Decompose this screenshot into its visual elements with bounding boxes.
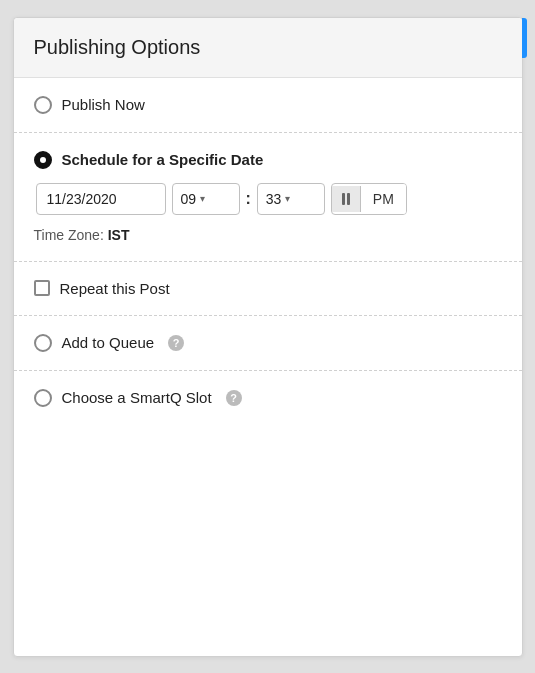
repeat-label: Repeat this Post [60, 280, 170, 297]
publishing-options-panel: Publishing Options Publish Now Schedule … [13, 17, 523, 657]
publish-now-radio[interactable] [34, 96, 52, 114]
ampm-label[interactable]: PM [361, 184, 406, 214]
pause-bar-right [347, 193, 350, 205]
date-input[interactable] [36, 183, 166, 215]
smartq-label: Choose a SmartQ Slot [62, 389, 212, 406]
section-add-to-queue: Add to Queue ? [14, 316, 522, 371]
minute-select[interactable]: 33 ▾ [257, 183, 325, 215]
minute-chevron-icon: ▾ [285, 193, 290, 204]
hour-value: 09 [181, 191, 197, 207]
add-to-queue-row[interactable]: Add to Queue ? [34, 334, 502, 352]
repeat-checkbox-row[interactable]: Repeat this Post [34, 280, 502, 297]
minute-value: 33 [266, 191, 282, 207]
section-publish-now: Publish Now [14, 78, 522, 133]
ampm-group: PM [331, 183, 407, 215]
repeat-checkbox[interactable] [34, 280, 50, 296]
smartq-help-icon[interactable]: ? [226, 390, 242, 406]
section-schedule: Schedule for a Specific Date 09 ▾ : 33 ▾ [14, 133, 522, 262]
timezone-label: Time Zone: [34, 227, 104, 243]
add-to-queue-help-icon[interactable]: ? [168, 335, 184, 351]
timezone-value: IST [108, 227, 130, 243]
pause-icon [342, 193, 350, 205]
time-colon: : [246, 190, 251, 208]
schedule-label: Schedule for a Specific Date [62, 151, 264, 168]
schedule-radio-row[interactable]: Schedule for a Specific Date [34, 151, 502, 169]
hour-chevron-icon: ▾ [200, 193, 205, 204]
panel-header: Publishing Options [14, 18, 522, 78]
smartq-radio[interactable] [34, 389, 52, 407]
timezone-row: Time Zone: IST [34, 227, 502, 243]
section-smartq: Choose a SmartQ Slot ? [14, 371, 522, 425]
pause-bar-left [342, 193, 345, 205]
add-to-queue-label: Add to Queue [62, 334, 155, 351]
section-repeat: Repeat this Post [14, 262, 522, 316]
datetime-row: 09 ▾ : 33 ▾ PM [36, 183, 502, 215]
add-to-queue-radio[interactable] [34, 334, 52, 352]
pause-button[interactable] [332, 186, 361, 212]
panel-title: Publishing Options [34, 36, 502, 59]
panel-wrapper: Publishing Options Publish Now Schedule … [0, 0, 535, 673]
publish-now-label: Publish Now [62, 96, 145, 113]
smartq-row[interactable]: Choose a SmartQ Slot ? [34, 389, 502, 407]
publish-now-row[interactable]: Publish Now [34, 96, 502, 114]
schedule-radio[interactable] [34, 151, 52, 169]
hour-select[interactable]: 09 ▾ [172, 183, 240, 215]
